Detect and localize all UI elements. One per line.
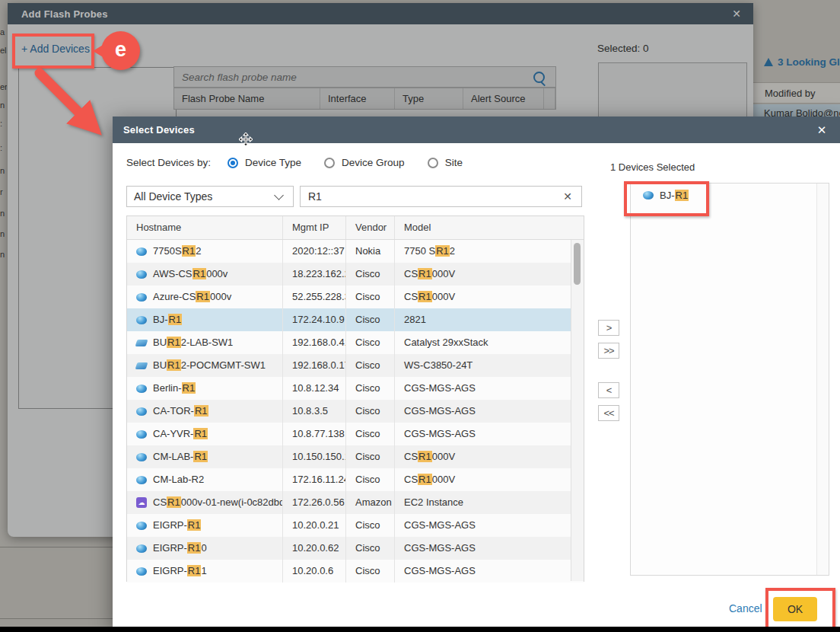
- vendor-cell: Cisco: [346, 308, 395, 331]
- search-match-highlight: R1: [187, 519, 202, 531]
- hostname-cell: CA-TOR-R1: [127, 400, 283, 423]
- hostname-cell: AWS-CSR1000v: [127, 263, 283, 286]
- move-right-button[interactable]: >: [598, 320, 619, 336]
- ok-annotation-box: [765, 588, 835, 630]
- hostname-text: EIGRP-R1: [153, 514, 201, 537]
- search-match-highlight: R1: [192, 268, 207, 279]
- hostname-text: CSR1000v-01-new(i-0c82dbda0300c...: [153, 491, 283, 514]
- hostname-text: AWS-CSR1000v: [153, 263, 228, 286]
- router-icon: [136, 316, 147, 324]
- radio-label: Device Type: [245, 157, 301, 168]
- vendor-cell: Cisco: [346, 423, 395, 445]
- clear-search-icon[interactable]: ✕: [563, 190, 572, 203]
- mgmt-ip-cell: 2020:12::37: [283, 240, 346, 263]
- mgmt-ip-cell: 10.20.0.6: [283, 560, 346, 583]
- search-match-highlight: R1: [187, 565, 202, 576]
- device-search-input[interactable]: R1 ✕: [300, 186, 582, 207]
- router-icon: [136, 522, 147, 530]
- router-icon: [136, 544, 147, 553]
- radio-option-site[interactable]: Site: [428, 157, 463, 168]
- radio-button[interactable]: [324, 158, 335, 168]
- table-row[interactable]: CA-TOR-R110.8.3.5CiscoCGS-MGS-AGS: [127, 400, 584, 423]
- device-table: HostnameMgmt IPVendorModel 7750SR122020:…: [126, 215, 584, 582]
- hostname-cell: BUR12-POCMGMT-SW1: [127, 354, 283, 377]
- table-row[interactable]: EIGRP-R1010.20.0.62CiscoCGS-MGS-AGS: [127, 537, 584, 560]
- device-type-dropdown[interactable]: All Device Types: [126, 186, 294, 207]
- table-row[interactable]: 7750SR122020:12::37Nokia7750 SR12: [127, 240, 584, 263]
- radio-button[interactable]: [228, 158, 238, 168]
- hostname-cell: BUR12-LAB-SW1: [127, 331, 283, 354]
- column-header[interactable]: Vendor: [346, 216, 395, 239]
- hostname-text: EIGRP-R10: [153, 537, 207, 560]
- hostname-text: BJ-R1: [153, 308, 182, 331]
- table-row[interactable]: CM-LAB-R110.150.150.150CiscoCSR1000V: [127, 445, 584, 468]
- search-match-highlight: R1: [193, 451, 208, 462]
- table-row[interactable]: CM-Lab-R2172.16.11.242CiscoCSR1000V: [127, 468, 584, 491]
- move-cursor-icon: [239, 132, 253, 149]
- search-match-highlight: R1: [435, 245, 450, 257]
- table-scrollbar[interactable]: [571, 240, 584, 581]
- table-row[interactable]: Berlin-R110.8.12.34CiscoCGS-MGS-AGS: [127, 377, 584, 400]
- bottom-bar: [0, 627, 840, 632]
- search-match-highlight: R1: [418, 291, 432, 302]
- table-row[interactable]: BUR12-POCMGMT-SW1192.168.0.179CiscoWS-C3…: [127, 354, 584, 377]
- hostname-text: Azure-CSR1000v: [153, 286, 231, 308]
- search-match-highlight: R1: [196, 291, 210, 302]
- radio-button[interactable]: [428, 158, 438, 168]
- model-cell: CSR1000V: [395, 445, 573, 468]
- table-row[interactable]: ☁CSR1000v-01-new(i-0c82dbda0300c...172.2…: [127, 491, 584, 514]
- table-row[interactable]: Azure-CSR1000v52.255.228.32CiscoCSR1000V: [127, 286, 584, 308]
- hostname-cell: Azure-CSR1000v: [127, 286, 283, 308]
- close-icon[interactable]: ✕: [811, 117, 832, 143]
- radio-label: Device Group: [342, 157, 405, 168]
- annotation-arrow: [27, 64, 117, 148]
- chevron-down-icon: [274, 190, 284, 200]
- hostname-text: BUR12-POCMGMT-SW1: [153, 354, 266, 377]
- hostname-text: CA-TOR-R1: [153, 400, 208, 423]
- hostname-cell: EIGRP-R11: [127, 560, 283, 583]
- search-match-highlight: R1: [194, 405, 208, 417]
- radio-option-device-group[interactable]: Device Group: [324, 157, 405, 168]
- table-row[interactable]: EIGRP-R1110.20.0.6CiscoCGS-MGS-AGS: [127, 560, 584, 583]
- vendor-cell: Cisco: [346, 560, 395, 583]
- model-cell: CGS-MGS-AGS: [395, 560, 573, 583]
- router-icon: [136, 247, 147, 256]
- table-row[interactable]: BUR12-LAB-SW1192.168.0.41CiscoCatalyst 2…: [127, 331, 584, 354]
- mgmt-ip-cell: 18.223.162.247: [283, 263, 346, 286]
- mgmt-ip-cell: 172.24.10.9: [283, 308, 346, 331]
- mgmt-ip-cell: 192.168.0.179: [283, 354, 346, 377]
- vendor-cell: Cisco: [346, 537, 395, 560]
- router-icon: [136, 407, 147, 416]
- column-header[interactable]: Mgmt IP: [283, 216, 346, 239]
- select-devices-dialog: Select Devices ✕ Select Devices by: Devi…: [113, 117, 840, 628]
- search-match-highlight: R1: [167, 359, 181, 371]
- column-header[interactable]: Hostname: [127, 216, 283, 239]
- table-row[interactable]: CA-YVR-R110.8.77.138CiscoCGS-MGS-AGS: [127, 423, 584, 445]
- mgmt-ip-cell: 10.8.77.138: [283, 423, 346, 445]
- vendor-cell: Cisco: [346, 331, 395, 354]
- select-devices-titlebar[interactable]: Select Devices ✕: [113, 117, 840, 143]
- vendor-cell: Amazon: [346, 491, 395, 514]
- cancel-button[interactable]: Cancel: [729, 602, 762, 614]
- vendor-cell: Nokia: [346, 240, 395, 263]
- hostname-cell: EIGRP-R1: [127, 514, 283, 537]
- selected-list-scrollbar[interactable]: [816, 184, 829, 575]
- mgmt-ip-cell: 10.150.150.150: [283, 445, 346, 468]
- table-row[interactable]: EIGRP-R110.20.0.21CiscoCGS-MGS-AGS: [127, 514, 584, 537]
- column-header[interactable]: Model: [395, 216, 573, 239]
- move-all-left-button[interactable]: <<: [598, 405, 619, 421]
- hostname-cell: CA-YVR-R1: [127, 423, 283, 445]
- scrollbar-thumb[interactable]: [574, 243, 581, 285]
- search-match-highlight: R1: [168, 314, 183, 325]
- move-all-right-button[interactable]: >>: [598, 343, 619, 359]
- radio-option-device-type[interactable]: Device Type: [228, 157, 301, 168]
- table-row[interactable]: AWS-CSR1000v18.223.162.247CiscoCSR1000V: [127, 263, 584, 286]
- vendor-cell: Cisco: [346, 400, 395, 423]
- hostname-cell: BJ-R1: [127, 308, 283, 331]
- router-icon: [136, 430, 147, 439]
- vendor-cell: Cisco: [346, 377, 395, 400]
- move-left-button[interactable]: <: [598, 382, 619, 398]
- selected-devices-header: 1 Devices Selected: [610, 161, 695, 173]
- model-cell: CGS-MGS-AGS: [395, 377, 573, 400]
- table-row[interactable]: BJ-R1172.24.10.9Cisco2821: [127, 308, 584, 331]
